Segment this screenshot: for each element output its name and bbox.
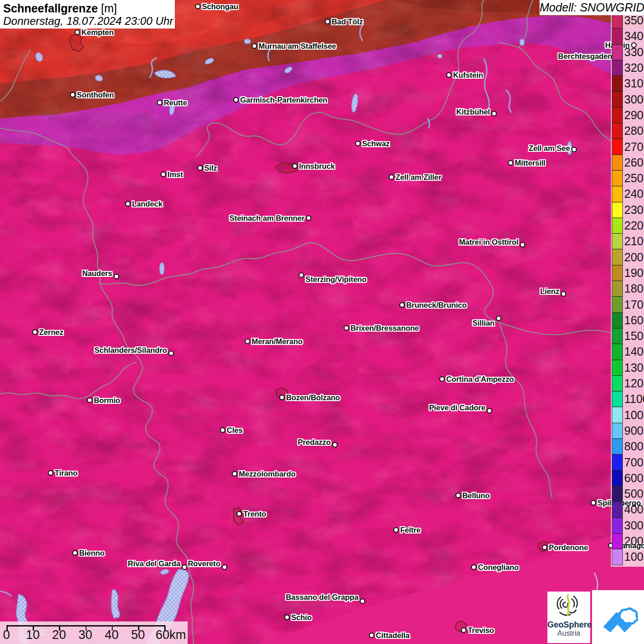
legend-segment (612, 423, 622, 439)
legend-tick-label: 2300 (624, 203, 644, 216)
city-label: Landeck (132, 200, 162, 208)
city-label: Schongau (202, 2, 238, 11)
city-label: Bad Tölz (332, 17, 363, 26)
city-dot (232, 471, 237, 477)
city-dot (236, 511, 242, 517)
geosphere-name: GeoSphere (547, 620, 590, 629)
legend-segment (612, 391, 622, 407)
legend-tick-label: 500 (624, 487, 644, 500)
legend-segment (612, 249, 622, 265)
city-dot (471, 564, 477, 570)
city-label: Pordenone (549, 543, 588, 552)
legend-tick-label: 1600 (624, 313, 644, 327)
city-dot (455, 493, 461, 498)
city-label: Zernez (39, 328, 63, 337)
legend-segment (612, 454, 622, 470)
city-label: Nauders (82, 269, 112, 278)
city-label: Schlanders/Silandro (94, 346, 167, 355)
city-label: Sillian (472, 319, 494, 328)
city-label: Meran/Merano (252, 337, 303, 346)
mountain-cloud-icon (598, 598, 638, 637)
city-label: Reutte (164, 98, 187, 107)
title-unit: [m] (101, 2, 117, 15)
model-label: Modell: SNOWGRID (540, 0, 644, 15)
legend-segment (612, 360, 622, 376)
legend-tick-label: 800 (624, 440, 644, 453)
city-dot (87, 397, 92, 403)
city-dot (591, 500, 596, 506)
legend-segment (612, 202, 622, 218)
city-dot (393, 527, 399, 533)
geosphere-logo-box: GeoSphere Austria (547, 592, 590, 643)
city-dot (299, 272, 304, 278)
legend-tick-label: 200 (624, 535, 644, 548)
city-dot (48, 470, 53, 476)
legend-tick-label: 2800 (624, 124, 644, 138)
city-label: Silz (204, 164, 217, 172)
legend-tick-label: 1900 (624, 266, 644, 279)
legend-tick-label: 1100 (624, 392, 644, 406)
title-text: Schneefallgrenze (3, 2, 98, 15)
city-dot (70, 92, 75, 98)
legend-segment (612, 518, 622, 534)
city-dot (439, 376, 445, 382)
legend-tick-label: 2500 (624, 172, 644, 185)
legend-segment (612, 76, 622, 92)
city-label: Schwaz (362, 139, 390, 148)
legend-segment (612, 486, 622, 502)
city-dot (561, 291, 566, 297)
city-label: Conegliano (478, 563, 519, 572)
city-dot (168, 351, 174, 356)
legend-tick-label: 300 (624, 518, 644, 532)
city-dot (220, 427, 225, 433)
legend-segment (612, 123, 622, 139)
city-dot (279, 395, 285, 400)
city-dot (360, 598, 365, 604)
city-label: Zell am Ziller (396, 173, 441, 182)
city-label: Bozen/Bolzano (286, 393, 340, 402)
page-title: Schneefallgrenze [m] (3, 2, 171, 15)
city-dot (446, 72, 452, 78)
city-label: Zell am See (529, 144, 570, 153)
city-label: Schio (291, 613, 311, 622)
city-label: Sonthofen (77, 91, 114, 99)
city-label: Innsbruck (299, 162, 335, 171)
city-dot (32, 329, 38, 335)
legend-color-bar (612, 12, 623, 565)
city-label: Cittadella (376, 631, 409, 640)
legend-segment (612, 297, 622, 312)
city-label: Bassano del Grappa (286, 593, 358, 602)
legend-tick-label: 3100 (624, 77, 644, 90)
legend-tick-label: 2200 (624, 219, 644, 232)
city-dot (292, 163, 298, 169)
legend-segment (612, 376, 622, 391)
legend-tick-label: 100 (624, 550, 644, 564)
city-label: Mittersill (515, 159, 546, 167)
city-label: Matrei in Osttirol (459, 238, 518, 247)
city-dot (332, 442, 338, 448)
city-label: Imst (167, 170, 183, 179)
legend-segment (612, 155, 622, 171)
city-dot (325, 19, 330, 24)
scale-bar-number: 30 (79, 628, 92, 642)
legend-tick-label: 1500 (624, 329, 644, 343)
scale-bar-number: 40 (105, 628, 119, 642)
city-dot (114, 274, 119, 279)
legend-segment (612, 502, 622, 518)
city-dot (195, 4, 201, 9)
city-dot (496, 316, 501, 321)
city-label: Belluno (462, 491, 490, 500)
legend-segment (612, 313, 622, 328)
legend-segment (612, 439, 622, 454)
legend-tick-label: 3400 (624, 29, 644, 43)
city-dot (182, 564, 187, 570)
city-dot (197, 165, 203, 171)
city-dot (399, 302, 405, 308)
legend-segment (612, 171, 622, 186)
city-dot (222, 564, 227, 570)
city-dot (355, 141, 361, 146)
legend-tick-label: 1400 (624, 345, 644, 358)
snowfall-limit-map: SchongauBad TölzKemptenMurnau am Staffel… (0, 0, 644, 644)
legend-segment (612, 218, 622, 234)
scale-bar: 0102030405060km (0, 621, 188, 644)
